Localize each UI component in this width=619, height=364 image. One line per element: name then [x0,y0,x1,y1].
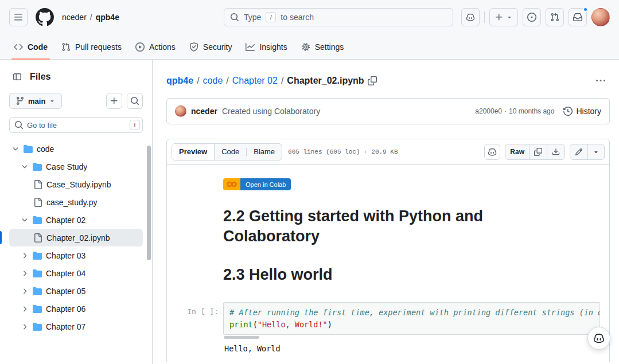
chevron-right-icon [21,269,29,277]
tree-folder-case-study[interactable]: Case Study [9,158,143,175]
branch-name: main [28,97,45,105]
repo-owner-link[interactable]: nceder [62,13,87,22]
edit-options-caret-button[interactable] [588,144,604,159]
folder-icon [33,251,42,260]
chevron-down-icon [506,14,513,21]
raw-actions-group: Raw [505,144,565,160]
notebook-heading-2-2: 2.2 Getting started with Python and Cola… [223,206,521,246]
search-placeholder-after: to search [281,13,314,22]
raw-button[interactable]: Raw [505,144,530,159]
tab-blame[interactable]: Blame [247,144,282,160]
tree-item-label: Chapter 06 [46,304,85,314]
tree-file-case-study-ipynb[interactable]: Case_Study.ipynb [9,175,143,193]
tree-item-label: Chapter 04 [46,269,85,278]
inbox-icon [573,13,582,22]
folder-icon [33,322,42,331]
chevron-right-icon [21,287,29,295]
folder-icon [33,216,42,225]
github-logo[interactable] [36,8,54,26]
history-button[interactable]: History [563,107,601,116]
tab-settings[interactable]: Settings [294,34,351,59]
go-to-file-input[interactable] [9,117,143,133]
tree-folder-code[interactable]: code [9,140,143,158]
folder-icon [33,287,42,296]
breadcrumb-repo-link[interactable]: qpb4e [166,76,193,86]
copy-file-button[interactable] [530,144,547,159]
tree-folder-chapter-04[interactable]: Chapter 04 [9,264,143,282]
code-input-area[interactable]: # After running the first time, experime… [223,302,600,335]
cell-input-prompt: In [ ]: [187,307,219,316]
issues-button[interactable] [523,8,541,26]
cell-output: Hello, World [224,344,600,353]
issue-opened-icon [527,13,536,22]
user-avatar[interactable] [591,8,610,26]
tree-item-label: Chapter_02.ipynb [46,233,110,242]
files-panel-title: Files [30,72,50,82]
search-files-button[interactable] [127,93,143,109]
tab-actions[interactable]: Actions [129,34,182,59]
tree-folder-chapter-06[interactable]: Chapter 06 [9,300,143,318]
tree-item-label: Case_Study.ipynb [46,180,111,189]
tab-security[interactable]: Security [182,34,239,59]
chevron-down-icon [593,148,599,155]
tree-file-case-study-py[interactable]: case_study.py [9,193,143,211]
branch-selector[interactable]: main [9,93,62,109]
tree-folder-chapter-03[interactable]: Chapter 03 [9,246,143,264]
breadcrumb-chapter-link[interactable]: Chapter 02 [232,76,278,86]
copilot-floating-button[interactable] [587,327,610,350]
latest-commit-bar: nceder Created using Colaboratory a2000e… [166,98,610,124]
history-label: History [576,107,601,116]
folder-icon [33,162,42,171]
search-icon [130,96,139,105]
download-button[interactable] [547,144,565,159]
unread-notification-dot [583,7,588,12]
breadcrumb-separator: / [223,76,232,86]
breadcrumb-separator: / [278,76,287,86]
tab-label: Security [203,42,232,52]
hamburger-menu-button[interactable] [9,8,28,26]
global-search-input[interactable]: Type / to search [224,8,453,26]
file-options-kebab-button[interactable] [591,72,610,90]
tree-file-chapter-02-ipynb[interactable]: Chapter_02.ipynb [9,229,143,246]
code-horizontal-scrollbar[interactable] [224,336,259,339]
tree-folder-chapter-05[interactable]: Chapter 05 [9,282,143,300]
repo-name-link[interactable]: qpb4e [96,13,119,22]
tab-code-view[interactable]: Code [215,144,246,160]
copy-path-icon[interactable] [368,76,377,85]
add-file-button[interactable] [106,93,122,109]
tree-folder-chapter-02[interactable]: Chapter 02 [9,211,143,229]
tab-pull-requests[interactable]: Pull requests [54,34,129,59]
tab-insights[interactable]: Insights [239,34,294,59]
tab-preview[interactable]: Preview [172,144,215,160]
files-sidebar: Files main t code Case [0,60,153,364]
gear-icon [301,42,310,52]
copilot-button[interactable] [461,8,480,26]
edit-file-button[interactable] [570,144,588,159]
git-pull-request-icon [61,42,71,52]
tab-label: Insights [259,42,287,52]
commit-author[interactable]: nceder [191,107,217,116]
breadcrumb-code-link[interactable]: code [203,76,223,86]
create-new-button[interactable] [489,8,518,26]
open-in-colab-badge[interactable]: Open in Colab [223,178,291,190]
plus-icon [495,13,504,22]
notifications-button[interactable] [569,8,587,26]
tree-folder-chapter-07[interactable]: Chapter 07 [9,318,143,335]
main-content: qpb4e / code / Chapter 02 / Chapter_02.i… [153,60,619,364]
pull-requests-button[interactable] [546,8,564,26]
git-pull-request-icon [550,13,559,22]
tab-code[interactable]: Code [7,34,54,59]
copilot-file-button[interactable] [484,144,500,160]
notebook-heading-2-3: 2.3 Hello world [223,265,601,285]
commit-message[interactable]: Created using Colaboratory [222,107,320,116]
commit-sha[interactable]: a2000e0 [475,107,502,115]
collapse-sidebar-button[interactable] [9,69,25,85]
file-tree: code Case Study Case_Study.ipynb case_st… [9,140,143,335]
file-icon [33,233,42,242]
chevron-down-icon [21,163,29,171]
sidebar-scrollbar[interactable] [147,146,151,260]
tree-item-label: Case Study [46,162,87,171]
commit-author-avatar[interactable] [175,105,186,117]
kebab-icon [596,76,605,85]
folder-icon [33,269,42,278]
